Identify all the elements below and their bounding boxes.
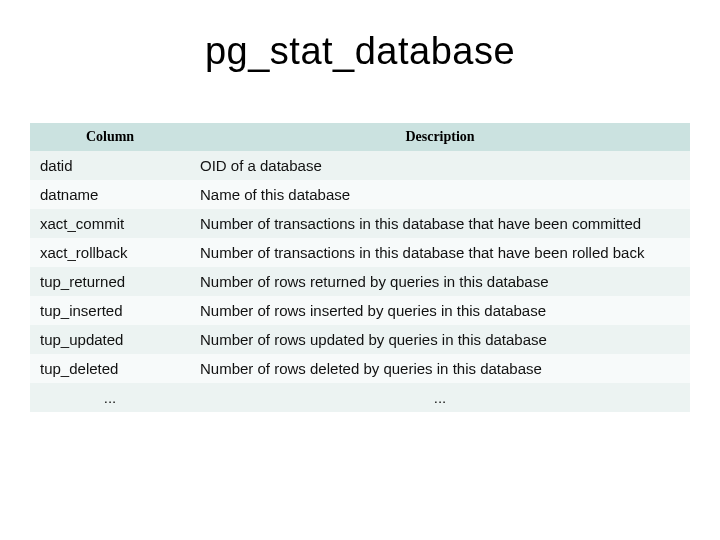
cell-description: Number of transactions in this database … — [190, 209, 690, 238]
cell-description: Number of rows returned by queries in th… — [190, 267, 690, 296]
table-row: xact_commit Number of transactions in th… — [30, 209, 690, 238]
cell-column: xact_commit — [30, 209, 190, 238]
cell-column: tup_returned — [30, 267, 190, 296]
cell-description: Number of rows deleted by queries in thi… — [190, 354, 690, 383]
header-description: Description — [190, 123, 690, 151]
table-row-ellipsis: ... ... — [30, 383, 690, 412]
cell-column: datname — [30, 180, 190, 209]
cell-description: ... — [190, 383, 690, 412]
page-title: pg_stat_database — [0, 30, 720, 73]
cell-description: Number of transactions in this database … — [190, 238, 690, 267]
table-row: tup_returned Number of rows returned by … — [30, 267, 690, 296]
cell-description: OID of a database — [190, 151, 690, 180]
cell-column: datid — [30, 151, 190, 180]
table-header-row: Column Description — [30, 123, 690, 151]
table-row: tup_inserted Number of rows inserted by … — [30, 296, 690, 325]
cell-column: xact_rollback — [30, 238, 190, 267]
table-row: tup_updated Number of rows updated by qu… — [30, 325, 690, 354]
cell-column: tup_deleted — [30, 354, 190, 383]
cell-description: Number of rows inserted by queries in th… — [190, 296, 690, 325]
header-column: Column — [30, 123, 190, 151]
table-row: tup_deleted Number of rows deleted by qu… — [30, 354, 690, 383]
cell-description: Name of this database — [190, 180, 690, 209]
table-row: datname Name of this database — [30, 180, 690, 209]
cell-column: tup_updated — [30, 325, 190, 354]
cell-description: Number of rows updated by queries in thi… — [190, 325, 690, 354]
cell-column: ... — [30, 383, 190, 412]
slide: pg_stat_database Column Description dati… — [0, 0, 720, 540]
table-row: xact_rollback Number of transactions in … — [30, 238, 690, 267]
cell-column: tup_inserted — [30, 296, 190, 325]
table-row: datid OID of a database — [30, 151, 690, 180]
columns-table: Column Description datid OID of a databa… — [30, 123, 690, 412]
